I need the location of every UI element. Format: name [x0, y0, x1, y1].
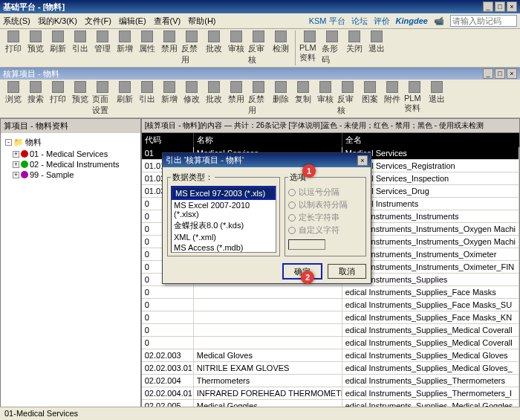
- export-option: 以逗号分隔: [288, 186, 363, 198]
- tb-预览[interactable]: 预览: [25, 30, 46, 65]
- tb2-页面设置[interactable]: 页面设置: [92, 81, 113, 116]
- tb-退出[interactable]: 退出: [366, 30, 387, 65]
- child-minimize[interactable]: _: [483, 68, 493, 79]
- tb2-审核[interactable]: 审核: [315, 81, 336, 116]
- close-button[interactable]: ×: [507, 1, 517, 12]
- child-titlebar: 核算项目 - 物料 _ □ ×: [0, 68, 520, 80]
- tb2-反禁用[interactable]: 反禁用: [248, 81, 269, 116]
- tb2-新增[interactable]: 新增: [159, 81, 180, 116]
- export-option: 定长字符串: [288, 211, 363, 224]
- link-forum[interactable]: 论坛: [351, 16, 368, 27]
- status-bar: 01-Medical Services: [0, 407, 520, 420]
- table-row[interactable]: 0edical Instruments_Supplies_Face Masks_…: [142, 299, 519, 311]
- link-review[interactable]: 评价: [374, 16, 390, 27]
- radio-icon: [288, 214, 296, 222]
- toolbar-icon: [326, 30, 338, 42]
- expand-icon[interactable]: +: [13, 172, 19, 178]
- export-type-option[interactable]: MS Excel 2007-2010 (*.xlsx): [172, 200, 276, 219]
- col-name[interactable]: 名称: [194, 133, 342, 147]
- grid-header: 代码 名称 全名: [142, 133, 519, 147]
- menu-help[interactable]: 帮助(H): [188, 16, 215, 27]
- maximize-button[interactable]: □: [495, 1, 505, 12]
- tree-root[interactable]: - 📁 物料: [4, 136, 137, 149]
- export-type-option[interactable]: MS Excel 97-2003 (*.xls): [172, 187, 276, 200]
- export-type-option[interactable]: XML (*.xml): [172, 232, 276, 242]
- tb2-反审核[interactable]: 反审核: [337, 81, 358, 116]
- expand-icon[interactable]: +: [13, 161, 19, 168]
- tree-item-02[interactable]: +02 - Medical Instruments: [4, 159, 137, 169]
- tb2-搜索[interactable]: 搜索: [25, 81, 46, 116]
- export-option: 自定义字符: [288, 224, 363, 236]
- menu-system[interactable]: 系统(S): [3, 16, 30, 27]
- export-type-option[interactable]: MS Access (*.mdb): [172, 242, 276, 253]
- tb2-附件[interactable]: 附件: [382, 81, 403, 116]
- tb-属性[interactable]: 属性: [137, 30, 157, 65]
- menu-file[interactable]: 文件(F): [85, 16, 111, 27]
- tb-检测[interactable]: 检测: [270, 30, 291, 65]
- toolbar-icon: [364, 81, 376, 93]
- tree-item-label: 99 - Sample: [30, 170, 74, 179]
- collapse-icon[interactable]: -: [5, 139, 12, 146]
- menu-view[interactable]: 查看(V): [154, 16, 181, 27]
- toolbar-icon: [97, 30, 108, 42]
- link-ksm[interactable]: KSM 平台: [309, 16, 345, 27]
- cancel-button[interactable]: 取消: [328, 264, 366, 279]
- tree-item-01[interactable]: +01 - Medical Services: [4, 149, 137, 159]
- child-toolbar: 浏览搜索打印预览页面设置刷新引出新增修改批改禁用反禁用删除复制审核反审核图案附件…: [0, 80, 520, 118]
- tb2-PLM资料[interactable]: PLM资料: [404, 81, 425, 116]
- tb2-引出[interactable]: 引出: [137, 81, 157, 116]
- tb-禁用[interactable]: 禁用: [159, 30, 180, 65]
- col-code[interactable]: 代码: [142, 133, 194, 147]
- tb2-退出[interactable]: 退出: [426, 81, 447, 116]
- table-row[interactable]: 0edical Instruments_Supplies_Medical Cov…: [142, 337, 519, 349]
- tb-刷新[interactable]: 刷新: [48, 30, 68, 65]
- tb-反禁用[interactable]: 反禁用: [181, 30, 202, 65]
- tb2-打印[interactable]: 打印: [48, 81, 68, 116]
- tb-条形码[interactable]: 条形码: [322, 30, 342, 65]
- tree-item-99[interactable]: +99 - Sample: [4, 169, 137, 180]
- tb2-刷新[interactable]: 刷新: [114, 81, 135, 116]
- tb2-批改[interactable]: 批改: [204, 81, 224, 116]
- col-full[interactable]: 全名: [342, 133, 519, 147]
- tb-关闭[interactable]: 关闭: [344, 30, 365, 65]
- dialog-close-button[interactable]: ×: [357, 155, 368, 166]
- tb-引出[interactable]: 引出: [70, 30, 91, 65]
- table-row[interactable]: 0edical Instruments_Supplies_Face Masks_…: [142, 311, 519, 324]
- table-row[interactable]: 0edical Instruments_Supplies_Face Masks: [142, 286, 519, 299]
- tb2-预览[interactable]: 预览: [70, 81, 91, 116]
- tb2-复制[interactable]: 复制: [293, 81, 313, 116]
- toolbar-icon: [141, 81, 153, 93]
- tb-审核[interactable]: 审核: [226, 30, 247, 65]
- expand-icon[interactable]: +: [13, 151, 19, 158]
- category-dot-icon: [21, 171, 28, 178]
- tb2-图案[interactable]: 图案: [360, 81, 380, 116]
- info-bar: [核算项目 - 物料]的内容 — 共计：26条记录 [字体说明]蓝色 - 未使用…: [142, 119, 519, 133]
- toolbar-icon: [304, 30, 316, 42]
- tb-新增[interactable]: 新增: [114, 30, 135, 65]
- tb-批改[interactable]: 批改: [204, 30, 224, 65]
- table-row[interactable]: 02.02.003.01NITRILE EXAM GLOVESedical In…: [142, 362, 519, 375]
- table-row[interactable]: 02.02.004Thermometersedical Instruments_…: [142, 375, 519, 387]
- table-row[interactable]: 0edical Instruments_Supplies_Medical Cov…: [142, 324, 519, 337]
- menu-edit[interactable]: 编辑(E): [119, 16, 146, 27]
- table-row[interactable]: 02.02.004.01INFRARED FOREHEAD THERMOMETE…: [142, 387, 519, 400]
- tb-反审核[interactable]: 反审核: [248, 30, 269, 65]
- child-close[interactable]: ×: [507, 68, 517, 79]
- tb2-修改[interactable]: 修改: [181, 81, 202, 116]
- table-row[interactable]: 02.02.003Medical Glovesedical Instrument…: [142, 349, 519, 362]
- category-dot-icon: [21, 161, 28, 168]
- tb-管理[interactable]: 管理: [92, 30, 113, 65]
- tb2-浏览[interactable]: 浏览: [3, 81, 24, 116]
- tb-打印[interactable]: 打印: [3, 30, 24, 65]
- type-list[interactable]: MS Excel 97-2003 (*.xls)MS Excel 2007-20…: [171, 186, 276, 253]
- toolbar-icon: [371, 30, 383, 42]
- minimize-button[interactable]: _: [483, 1, 493, 12]
- child-maximize[interactable]: □: [495, 68, 505, 79]
- menu-myk3[interactable]: 我的K/3(K): [38, 16, 77, 27]
- export-type-option[interactable]: 金蝶报表8.0 (*.kds): [172, 219, 276, 232]
- toolbar-icon: [208, 30, 220, 42]
- tb2-删除[interactable]: 删除: [270, 81, 291, 116]
- tb2-禁用[interactable]: 禁用: [226, 81, 247, 116]
- mnemonic-input[interactable]: [450, 15, 517, 27]
- tb-PLM资料[interactable]: PLM资料: [299, 30, 320, 65]
